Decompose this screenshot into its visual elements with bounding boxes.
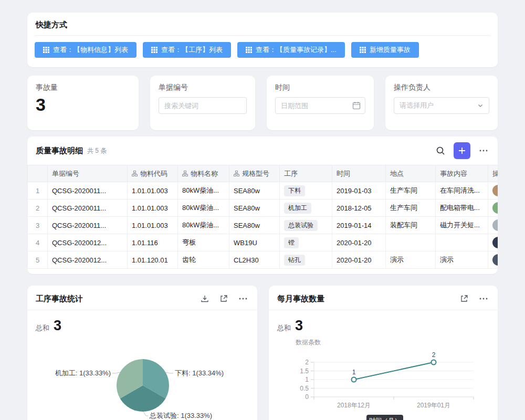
total-label: 总和 [277,323,291,333]
shortcut-button[interactable]: 查看：【质量事故记录】... [237,42,345,58]
cell-content: 配电箱带电... [436,200,488,217]
grid-icon [43,47,49,53]
accident-count-label: 事故量 [36,83,130,92]
shortcut-buttons: 查看：【物料信息】列表查看：【工序】列表查看：【质量事故记录】...新增质量事故 [35,42,490,58]
add-record-button[interactable] [454,142,470,159]
accident-table-card: 质量事故明细 共 5 条 单据编号物料代码物料名称规格型号工序时间地点事故内容操… [27,136,498,274]
cell-no: 5 [28,251,48,269]
cell-spec: SEA80w [229,182,280,200]
table-header-row: 单据编号物料代码物料名称规格型号工序时间地点事故内容操 [28,165,498,182]
grid-icon [246,47,252,53]
process-chart-actions [200,293,249,304]
charts-row: 工序事故统计 总和 3 下料: 1(33.34%)总装试验: 1(3 [27,286,498,420]
table-row[interactable]: 5QCSG-2020012...1.01.120.01齿轮CL2H30钻孔202… [28,251,498,269]
table-row[interactable]: 1QCSG-2020011...1.01.01.00380kW柴油...SEA8… [28,182,498,200]
x-tick-label: 2018年12月 [337,402,371,409]
more-icon[interactable] [478,145,489,156]
cell-process: 总装试验 [280,217,332,234]
cell-doc: QCSG-2020011... [48,200,128,217]
cell-name: 弯板 [178,234,229,251]
export-icon[interactable] [459,293,469,304]
table-actions [435,142,489,159]
more-icon[interactable] [237,293,249,304]
cell-doc: QCSG-2020011... [48,217,128,234]
avatar [492,185,498,196]
operator-label: 操作负责人 [394,83,489,92]
cell-code: 1.01.116 [128,234,178,251]
cell-code: 1.01.01.003 [128,217,178,234]
cell-avatar [488,234,498,251]
point-label: 2 [432,351,436,359]
pie-label: 下料: 1(33.34%) [175,369,224,377]
export-icon[interactable] [218,293,229,304]
cell-code: 1.01.120.01 [128,251,178,269]
cell-avatar [488,182,498,200]
process-tag: 钻孔 [284,255,305,266]
column-header: 事故内容 [436,165,488,182]
cell-no: 4 [28,234,48,251]
download-icon[interactable] [200,293,210,304]
cell-place: 生产车间 [386,200,436,217]
pie-slice [143,359,169,398]
cell-content [436,234,488,251]
total-value: 3 [54,318,61,334]
pie-label: 机加工: 1(33.33%) [55,369,111,377]
more-icon[interactable] [478,293,489,304]
time-filter-card: 时间 [267,76,374,130]
total-value: 3 [295,318,303,334]
cell-doc: QCSG-2020011... [48,182,128,200]
cell-content: 磁力开关短... [436,217,488,234]
shortcut-button[interactable]: 查看：【物料信息】列表 [35,42,136,58]
cell-place: 演示 [386,251,436,269]
cell-spec: CL2H30 [229,251,280,269]
relation-icon [234,171,239,176]
cell-process: 钻孔 [280,251,332,269]
cell-no: 3 [28,217,48,234]
avatar [492,254,498,266]
shortcut-label: 查看：【质量事故记录】... [256,45,337,55]
y-tick-label: 0 [305,393,309,401]
shortcut-button[interactable]: 新增质量事故 [351,42,419,58]
doc-no-label: 单据编号 [159,83,247,92]
monthly-chart-header: 每月事故数量 [269,286,498,310]
time-label: 时间 [275,83,365,92]
x-tick-label: 2019年01月 [417,402,450,409]
cell-spec: WB19U [229,234,280,251]
doc-no-input[interactable] [159,97,247,114]
cell-process: 机加工 [280,200,332,217]
cell-avatar [488,217,498,234]
cell-name: 80kW柴油... [178,200,229,217]
x-axis-title-pill [366,415,403,420]
cell-code: 1.01.01.003 [128,182,178,200]
relation-icon [182,171,188,176]
table-row[interactable]: 3QCSG-2020011...1.01.01.00380kW柴油...SEA8… [28,217,498,234]
cell-date: 2018-12-05 [332,200,386,217]
avatar [492,219,498,231]
x-axis-title: 时间（月） [369,417,401,420]
plus-icon [458,146,466,155]
dashboard-page: 快捷方式 查看：【物料信息】列表查看：【工序】列表查看：【质量事故记录】...新… [0,0,525,420]
process-tag: 机加工 [284,203,311,214]
cell-place [386,234,436,251]
table-row[interactable]: 4QCSG-2020012...1.01.116弯板WB19U镗2020-01-… [28,234,498,251]
column-header: 单据编号 [48,165,128,182]
y-tick-label: 2 [305,359,309,366]
operator-select[interactable]: 请选择用户 [394,97,489,114]
shortcut-label: 查看：【物料信息】列表 [53,45,128,55]
avatar [492,202,498,214]
process-total: 总和 3 [27,310,257,334]
cell-process: 下料 [280,182,332,200]
shortcut-button[interactable]: 查看：【工序】列表 [143,42,231,58]
cell-date: 2020-01-20 [332,251,386,269]
column-header: 物料代码 [128,165,178,182]
table-title: 质量事故明细 [36,146,83,156]
filter-row: 事故量 3 单据编号 时间 操作负责人 请选择用户 [27,76,498,130]
accident-count-card: 事故量 3 [27,76,139,130]
search-icon[interactable] [435,145,446,156]
date-range-input[interactable] [275,97,365,114]
y-tick-label: 0.5 [300,385,309,392]
process-chart-card: 工序事故统计 总和 3 下料: 1(33.34%)总装试验: 1(3 [27,286,257,420]
cell-date: 2019-01-03 [332,182,386,200]
table-row[interactable]: 2QCSG-2020011...1.01.01.00380kW柴油...SEA8… [28,200,498,217]
cell-avatar [488,200,498,217]
